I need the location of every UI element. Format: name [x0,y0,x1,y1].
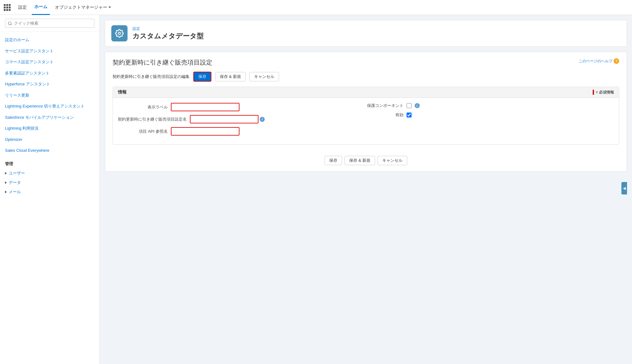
cancel-button-bottom[interactable]: キャンセル [378,156,407,165]
page-header-icon [111,25,128,41]
breadcrumb: 設定 [133,26,204,31]
display-label-input[interactable] [171,103,239,111]
form-left-column: 表示ラベル 契約更新時に引き継ぐ販売項目設定名 i [118,103,366,139]
sidebar-item-sales-cloud[interactable]: Sales Cloud Everywhere [0,145,99,156]
api-name-text: 項目 API 参照名 [118,129,168,134]
sidebar-item-mfa[interactable]: 多要素認証アシスタント [0,68,99,79]
svg-point-0 [118,32,121,35]
main-container: 設定のホーム サービス設定アシスタント コマース設定アシスタント 多要素認証アシ… [0,15,632,364]
sidebar-item-hyperforce[interactable]: Hyperforce アシスタント [0,79,99,90]
page-header-text: 設定 カスタムメタデータ型 [133,26,204,41]
form-top-bar-label: 契約更新時に引き継ぐ販売項目設定の編集 [113,74,190,79]
nav-object-manager[interactable]: オブジェクトマネージャー [52,5,113,10]
collapse-arrow-icon: ◀ [623,186,626,190]
sidebar-search-container [0,15,99,32]
content-area: 設定 カスタムメタデータ型 契約更新時に引き継ぐ販売項目設定 このページのヘルプ… [100,15,632,364]
sidebar-nav: 設定のホーム サービス設定アシスタント コマース設定アシスタント 多要素認証アシ… [0,32,99,364]
info-section-body: 表示ラベル 契約更新時に引き継ぐ販売項目設定名 i [113,98,619,144]
save-button-top[interactable]: 保存 [193,72,211,82]
sidebar: 設定のホーム サービス設定アシスタント コマース設定アシスタント 多要素認証アシ… [0,15,100,364]
sidebar-nav-list: 設定のホーム サービス設定アシスタント コマース設定アシスタント 多要素認証アシ… [0,32,99,199]
top-navigation: 設定 ホーム オブジェクトマネージャー [0,0,632,15]
enabled-checkbox[interactable] [407,113,412,117]
sidebar-section-label: 管理 [0,156,99,169]
protected-component-label: 保護コンポーネント [366,103,403,108]
setting-name-input[interactable] [190,115,258,123]
nav-settings-label[interactable]: 設定 [16,5,29,10]
sidebar-item-users[interactable]: ユーザー [0,169,99,178]
info-section: 情報 = 必須情報 表示ラベル [113,87,619,145]
app-launcher-icon[interactable] [4,4,11,11]
protected-component-checkbox[interactable] [407,103,412,108]
help-icon: ? [614,58,619,64]
expand-arrow-icon [5,181,7,184]
protected-component-row: 保護コンポーネント i [366,103,614,108]
setting-name-info-icon[interactable]: i [260,117,265,122]
sidebar-item-lightning-usage[interactable]: Lightning 利用状況 [0,123,99,134]
nav-home-tab[interactable]: ホーム [32,0,50,15]
setting-name-text: 契約更新時に引き継ぐ販売項目設定名 [118,117,187,122]
collapse-tab[interactable]: ◀ [621,182,627,194]
form-top-bar: 契約更新時に引き継ぐ販売項目設定の編集 保存 保存 & 新規 キャンセル [113,72,619,82]
form-right-column: 保護コンポーネント i 有効 [366,103,614,139]
form-title: 契約更新時に引き継ぐ販売項目設定 [113,58,212,67]
display-label-text: 表示ラベル [118,104,168,110]
expand-arrow-icon [5,191,7,193]
api-name-input[interactable] [171,127,239,136]
page-title: カスタムメタデータ型 [133,31,204,41]
protected-component-info-icon[interactable]: i [415,103,420,108]
save-button-bottom[interactable]: 保存 [325,156,342,165]
sidebar-item-service-setup[interactable]: サービス設定アシスタント [0,46,99,57]
display-label-row: 表示ラベル [118,103,366,111]
save-new-button-top[interactable]: 保存 & 新規 [215,72,246,81]
sidebar-item-optimizer[interactable]: Optimizer [0,134,99,145]
api-name-row: 項目 API 参照名 [118,127,366,136]
sidebar-item-home[interactable]: 設定のホーム [0,34,99,46]
sidebar-item-data[interactable]: データ [0,178,99,187]
enabled-label: 有効 [366,112,403,118]
cancel-button-top[interactable]: キャンセル [249,72,279,81]
sidebar-item-salesforce-mobile[interactable]: Salesforce モバイルアプリケーション [0,112,99,123]
setting-name-input-wrap: i [190,115,265,123]
form-card: 契約更新時に引き継ぐ販売項目設定 このページのヘルプ ? 契約更新時に引き継ぐ販… [105,52,627,172]
setting-name-row: 契約更新時に引き継ぐ販売項目設定名 i [118,115,366,123]
api-name-input-wrap [171,127,239,136]
info-section-header: 情報 = 必須情報 [113,87,619,98]
enabled-row: 有効 [366,112,614,118]
save-new-button-bottom[interactable]: 保存 & 新規 [345,156,375,165]
expand-arrow-icon [5,172,7,175]
search-input[interactable] [5,19,94,28]
help-link[interactable]: このページのヘルプ ? [579,58,619,64]
info-section-title: 情報 [118,89,127,95]
display-label-input-wrap [171,103,239,111]
sidebar-item-release[interactable]: リリース更新 [0,90,99,101]
chevron-down-icon [109,7,111,8]
form-bottom-buttons: 保存 保存 & 新規 キャンセル [113,151,619,165]
sidebar-item-mail[interactable]: メール [0,187,99,197]
sidebar-item-commerce-setup[interactable]: コマース設定アシスタント [0,56,99,68]
required-bar-icon [593,90,594,95]
page-header-card: 設定 カスタムメタデータ型 [105,20,627,47]
required-legend: = 必須情報 [593,90,614,95]
sidebar-item-lightning-switch[interactable]: Lightning Experience 切り替えアシスタント [0,101,99,112]
